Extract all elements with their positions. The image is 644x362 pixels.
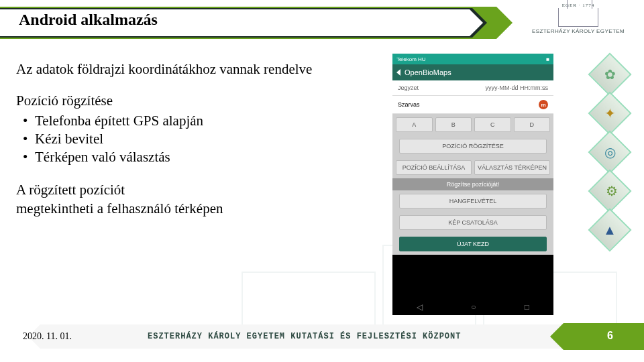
logo-caption: ESZTERHÁZY KÁROLY EGYETEM (525, 28, 632, 34)
btn-audio[interactable]: HANGFELVÉTEL (399, 194, 547, 208)
footer-center-text: ESZTERHÁZY KÁROLY EGYETEM KUTATÁSI ÉS FE… (148, 332, 461, 341)
carrier-text: Telekom HU (396, 56, 426, 62)
input-value: Szarvas (398, 101, 420, 108)
university-logo: EGER · 1774 ESZTERHÁZY KÁROLY EGYETEM (525, 3, 632, 43)
nav-home-icon[interactable]: ○ (471, 302, 476, 312)
btn-record-position[interactable]: POZÍCIÓ RÖGZÍTÉSE (399, 139, 547, 154)
nav-back-icon[interactable]: ◁ (417, 302, 423, 312)
bullet-item: Kézi bevitel (16, 130, 392, 148)
side-icon-3 (588, 130, 631, 174)
bullet-item: Térképen való választás (16, 148, 392, 166)
android-nav-bar: ◁ ○ □ (392, 299, 553, 315)
footer-date: 2020. 11. 01. (23, 331, 72, 342)
page-number: 6 (607, 330, 613, 342)
note-row: Jegyzet yyyy-MM-dd HH:mm:ss (392, 80, 553, 96)
btn-choose-on-map[interactable]: VÁLASZTÁS TÉRKÉPEN (474, 160, 550, 175)
slide-body: Az adatok földrajzi koordinátákhoz vanna… (16, 60, 392, 218)
hint-text: Rögzítse pozícióját! (392, 178, 553, 190)
title-bar: Android alkalmazás (0, 7, 496, 39)
opt-a[interactable]: A (396, 117, 433, 132)
nav-recent-icon[interactable]: □ (525, 302, 529, 312)
app-bar: OpenBioMaps (392, 64, 553, 80)
side-icon-2 (588, 91, 631, 135)
section2-text: A rögzített pozíciót megtekintheti a fel… (16, 181, 392, 218)
option-row: A B C D (392, 114, 553, 135)
android-status-bar: Telekom HU ■ (392, 54, 553, 64)
side-icon-1 (588, 52, 631, 96)
m-badge-icon[interactable]: m (539, 100, 548, 109)
btn-photo[interactable]: KÉP CSATOLÁSA (399, 215, 547, 230)
side-icon-4 (588, 169, 631, 213)
slide-title: Android alkalmazás (19, 11, 158, 29)
battery-icon: ■ (546, 56, 549, 62)
note-label: Jegyzet (398, 84, 419, 91)
bullet-item: Telefonba épített GPS alapján (16, 112, 392, 130)
back-icon[interactable] (396, 69, 400, 76)
logo-building-icon (558, 8, 598, 27)
app-title: OpenBioMaps (405, 68, 451, 76)
date-placeholder: yyyy-MM-dd HH:mm:ss (486, 84, 549, 91)
phone-screenshot: Telekom HU ■ OpenBioMaps Jegyzet yyyy-MM… (392, 54, 553, 315)
btn-new[interactable]: ÚJAT KEZD (399, 237, 547, 251)
footer: 2020. 11. 01. ESZTERHÁZY KÁROLY EGYETEM … (0, 323, 644, 350)
section1-heading: Pozíció rögzítése (16, 92, 392, 110)
intro-text: Az adatok földrajzi koordinátákhoz vanna… (16, 60, 392, 78)
opt-c[interactable]: C (474, 117, 511, 132)
side-icon-5 (588, 208, 631, 251)
bullet-list: Telefonba épített GPS alapján Kézi bevit… (16, 112, 392, 167)
side-icon-stack (580, 51, 640, 253)
opt-b[interactable]: B (435, 117, 472, 132)
input-row[interactable]: Szarvas m (392, 96, 553, 114)
opt-d[interactable]: D (514, 117, 551, 132)
btn-set-position[interactable]: POZÍCIÓ BEÁLLÍTÁSA (396, 160, 472, 175)
